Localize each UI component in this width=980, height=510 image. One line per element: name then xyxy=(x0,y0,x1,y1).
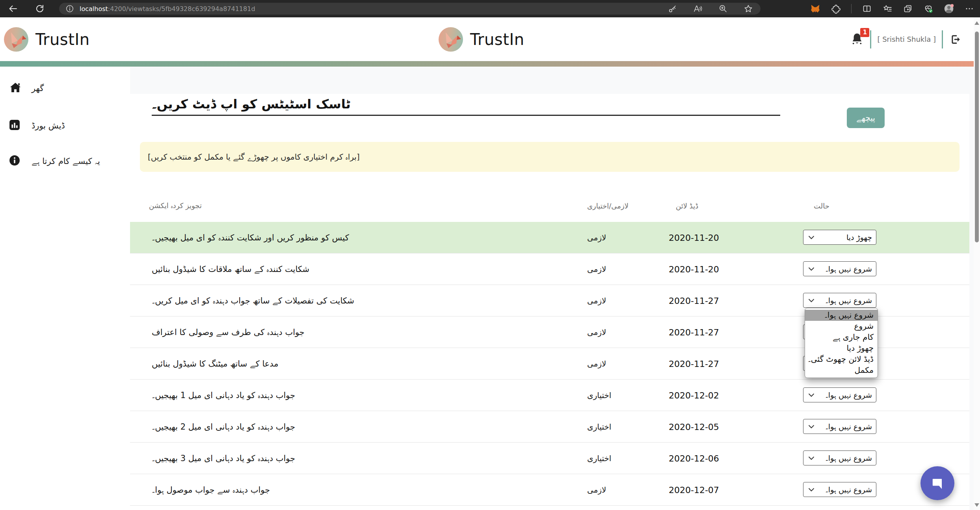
task-requirement: اختیاری xyxy=(587,391,611,400)
chat-bubble-icon xyxy=(928,473,947,493)
task-requirement: لازمی xyxy=(587,264,606,274)
page-title: ٹاسک اسٹیٹس کو اپ ڈیٹ کریں۔ xyxy=(152,94,351,114)
task-requirement: لازمی xyxy=(587,296,606,305)
brand-name-center: TrustIn xyxy=(470,30,524,48)
site-info-icon[interactable] xyxy=(65,4,75,14)
scrollbar-down-arrow[interactable] xyxy=(974,503,979,507)
logout-icon xyxy=(950,34,961,45)
chevron-down-icon xyxy=(808,236,814,239)
dashboard-icon xyxy=(9,119,20,132)
status-select[interactable]: شروع نہیں ہوا۔ xyxy=(803,450,876,465)
favorite-star-icon[interactable] xyxy=(743,4,753,14)
notifications-button[interactable]: 1 xyxy=(851,32,864,47)
collections-icon[interactable] xyxy=(903,4,913,14)
status-select[interactable]: شروع نہیں ہوا۔ xyxy=(803,261,876,276)
brand-logo-center: TrustIn xyxy=(439,27,524,52)
chevron-down-icon xyxy=(808,299,814,302)
status-option[interactable]: ڈیڈ لائن چھوٹ گئی۔ xyxy=(805,354,878,365)
profile-avatar[interactable] xyxy=(944,4,954,14)
task-requirement: لازمی xyxy=(587,328,606,337)
user-cluster: 1 [ Srishti Shukla ] xyxy=(851,30,962,48)
notification-badge: 1 xyxy=(860,28,869,37)
sidebar-item-home[interactable]: گھر xyxy=(0,76,130,100)
task-requirement: اختیاری xyxy=(587,454,611,463)
task-deadline: 2020-11-27 xyxy=(669,327,719,337)
sidebar: گھر ڈیش بورڈ یہ کیسے کام کرتا ہے xyxy=(0,67,130,510)
status-select-value: چھوڑ دیا xyxy=(846,233,872,242)
table-row: جواب دہندہ کو یاد دہانی ای میل 1 بھیجیں۔… xyxy=(130,380,969,411)
status-select[interactable]: شروع نہیں ہوا۔ xyxy=(803,387,876,402)
task-requirement: لازمی xyxy=(587,485,606,495)
brand-name: TrustIn xyxy=(35,30,90,48)
status-select-value: شروع نہیں ہوا۔ xyxy=(825,264,872,274)
notice-banner: [براہ کرم اختیاری کاموں پر چھوڑے گئے یا … xyxy=(140,142,960,172)
metamask-icon[interactable] xyxy=(810,4,820,14)
task-action: مدعا کے ساتھ میٹنگ کا شیڈول بنائیں xyxy=(152,359,279,369)
status-select[interactable]: شروع نہیں ہوا۔ xyxy=(803,482,876,497)
back-page-button[interactable]: پیچھے xyxy=(847,108,885,128)
address-bar[interactable]: localhost:4200/viewtasks/5fb49328c639294… xyxy=(59,3,761,15)
logout-button[interactable] xyxy=(949,33,962,46)
notice-text: [براہ کرم اختیاری کاموں پر چھوڑے گئے یا … xyxy=(148,152,360,162)
brand-gradient-bar xyxy=(0,61,980,67)
page-scrollbar[interactable] xyxy=(974,17,980,510)
task-action: جواب دہندہ کو یاد دہانی ای میل 3 بھیجیں۔ xyxy=(152,454,295,463)
status-dropdown-list: شروع نہیں ہوا۔شروعکام جاری ہےچھوڑ دیاڈیڈ… xyxy=(805,308,878,378)
address-bar-actions xyxy=(668,4,753,14)
brand-logo[interactable]: TrustIn xyxy=(4,27,90,52)
title-divider xyxy=(152,115,780,116)
extensions-icon[interactable] xyxy=(831,4,841,14)
more-options-icon[interactable] xyxy=(964,4,974,14)
favorites-bar-icon[interactable] xyxy=(882,4,893,14)
chevron-down-icon xyxy=(808,267,814,271)
task-requirement: اختیاری xyxy=(587,422,611,432)
content-card: ٹاسک اسٹیٹس کو اپ ڈیٹ کریں۔ پیچھے [براہ … xyxy=(130,94,969,510)
task-deadline: 2020-11-20 xyxy=(669,233,719,242)
split-screen-icon[interactable] xyxy=(862,4,872,14)
task-requirement: لازمی xyxy=(587,359,606,369)
task-action: جواب دہندہ کو یاد دہانی ای میل 2 بھیجیں۔ xyxy=(152,422,295,432)
sidebar-item-label: گھر xyxy=(32,84,44,93)
task-requirement: لازمی xyxy=(587,233,606,242)
status-option[interactable]: شروع نہیں ہوا۔ xyxy=(805,310,878,321)
task-action: جواب دہندہ کی طرف سے وصولی کا اعتراف xyxy=(152,328,305,337)
task-deadline: 2020-11-27 xyxy=(669,296,719,305)
chat-launcher-button[interactable] xyxy=(920,466,954,500)
table-row: جواب دہندہ سے جواب موصول ہوا۔ لازمی 2020… xyxy=(130,474,969,506)
status-select[interactable]: شروع نہیں ہوا۔ xyxy=(803,419,876,434)
scrollbar-thumb[interactable] xyxy=(975,32,979,242)
zoom-in-icon[interactable] xyxy=(718,4,728,14)
toolbar-extensions xyxy=(810,0,974,17)
task-deadline: 2020-12-07 xyxy=(669,485,719,495)
url-host: localhost xyxy=(80,5,108,13)
status-select-value: شروع نہیں ہوا۔ xyxy=(825,454,872,463)
sidebar-item-how-it-works[interactable]: یہ کیسے کام کرتا ہے xyxy=(0,149,130,173)
back-icon[interactable] xyxy=(8,4,18,14)
status-option[interactable]: شروع xyxy=(805,321,878,332)
column-header-requirement: لازمی/اختیاری xyxy=(587,201,629,210)
task-action: جواب دہندہ کو یاد دہانی ای میل 1 بھیجیں۔ xyxy=(152,391,295,400)
task-deadline: 2020-12-05 xyxy=(669,422,719,432)
status-option[interactable]: کام جاری ہے xyxy=(805,332,878,343)
screen: localhost:4200/viewtasks/5fb49328c639294… xyxy=(0,0,980,510)
table-row: شکایت کنندہ کے ساتھ ملاقات کا شیڈول بنائ… xyxy=(130,253,969,285)
sidebar-item-dashboard[interactable]: ڈیش بورڈ xyxy=(0,114,130,138)
task-deadline: 2020-12-06 xyxy=(669,453,719,463)
status-select[interactable]: چھوڑ دیا xyxy=(803,230,876,245)
toolbar-divider xyxy=(851,4,852,13)
status-select-value: شروع نہیں ہوا۔ xyxy=(825,391,872,400)
read-aloud-icon[interactable] xyxy=(693,4,703,14)
scrollbar-up-arrow[interactable] xyxy=(974,21,979,25)
column-header-action: تجویز کردہ ایکشن xyxy=(149,201,202,210)
status-option[interactable]: چھوڑ دیا xyxy=(805,343,878,354)
status-select[interactable]: شروع نہیں ہوا۔ xyxy=(803,293,876,308)
refresh-icon[interactable] xyxy=(35,4,45,14)
password-key-icon[interactable] xyxy=(668,4,678,14)
status-option[interactable]: مکمل xyxy=(805,365,878,376)
task-table-header: تجویز کردہ ایکشن لازمی/اختیاری ڈیڈ لائن … xyxy=(130,189,969,222)
chevron-down-icon xyxy=(808,393,814,397)
task-deadline: 2020-12-02 xyxy=(669,390,719,400)
task-action: شکایت کی تفصیلات کے ساتھ جواب دہندہ کو ا… xyxy=(152,296,354,305)
browser-essentials-icon[interactable] xyxy=(923,4,934,14)
header-divider xyxy=(942,30,943,48)
